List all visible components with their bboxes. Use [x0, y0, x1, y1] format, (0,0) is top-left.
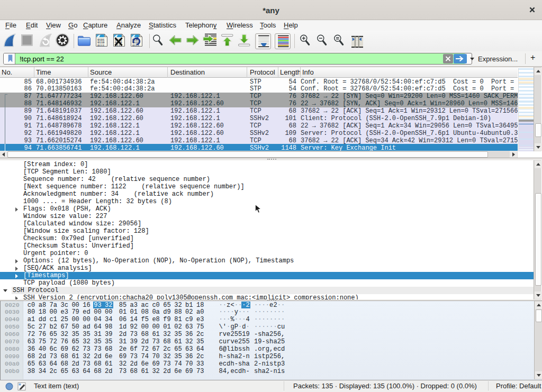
- svg-text:0111: 0111: [97, 44, 105, 48]
